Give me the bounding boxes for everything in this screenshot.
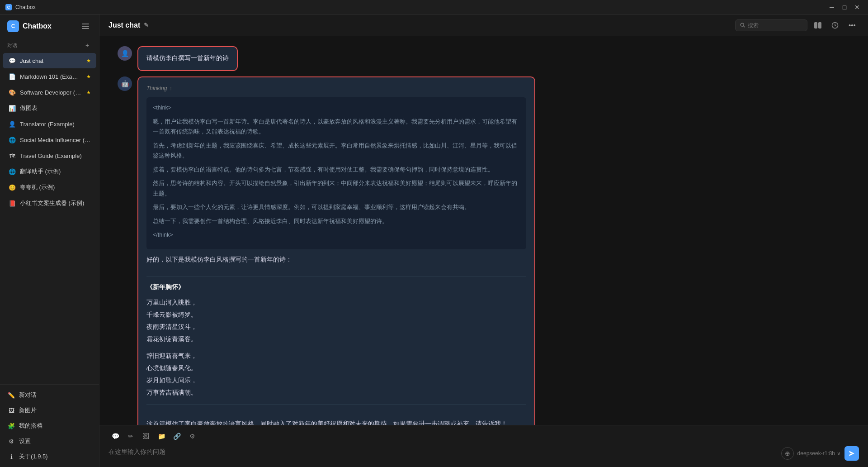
nav-item-label: 夸夸机 (示例): [20, 183, 91, 191]
nav-item-label: Translator (Example): [20, 121, 91, 128]
sidebar-item-software-dev[interactable]: 🎨 Software Developer (Example) ★: [3, 85, 96, 100]
more-options-button[interactable]: •••: [845, 19, 859, 32]
search-box[interactable]: [735, 19, 807, 31]
poem-line: 心境似随春风化。: [146, 362, 526, 374]
poem-line: 霜花初绽青溪客。: [146, 333, 526, 345]
chat-area[interactable]: 👤 请模仿李白撰写一首新年的诗 🤖 Thinking ↑: [99, 36, 868, 425]
poem-line: 万里山河入眺胜，: [146, 296, 526, 309]
poem-divider-end: [146, 404, 526, 405]
nav-items: 💬 Just chat ★ 📄 Markdown 101 (Example) ★…: [0, 52, 99, 211]
model-selector[interactable]: deepseek-r1:8b ∨: [797, 450, 841, 457]
titlebar-title: Chatbox: [15, 4, 36, 10]
bottom-item-new-image[interactable]: 🖼 新图片: [3, 403, 96, 418]
nav-item-label: 翻译助手 (示例): [20, 167, 91, 176]
user-message-content: 请模仿李白撰写一首新年的诗: [137, 46, 238, 71]
sidebar-bottom: ✏️ 新对话 🖼 新图片 🧩 我的搭档 ⚙ 设置 ℹ 关于(1.9.5): [0, 384, 99, 467]
bottom-label: 新对话: [19, 391, 37, 399]
menu-icon: [82, 24, 89, 29]
section-label: 对话: [7, 42, 17, 49]
nav-item-icon: 🌐: [8, 136, 16, 144]
split-view-icon: [814, 22, 821, 29]
topbar-title-area: Just chat ✎: [108, 21, 149, 29]
response-outro: 这首诗模仿了李白豪放奔放的语言风格，同时融入了对新年的美好祝愿和对未来的期待。如…: [146, 419, 526, 425]
thinking-header: Thinking ↑: [146, 84, 526, 93]
clear-button[interactable]: ✏: [124, 430, 137, 443]
sidebar-item-zuo-biao[interactable]: 📊 做图表: [3, 100, 96, 116]
bottom-icon: ℹ: [7, 453, 15, 461]
edit-title-icon[interactable]: ✎: [144, 22, 149, 29]
model-expand-icon: ∨: [837, 450, 841, 457]
close-button[interactable]: ✕: [852, 2, 863, 13]
poem-divider: [146, 276, 526, 276]
poem-stanza-1: 万里山河入眺胜， 千峰云影被绮罗。 夜雨霁清星汉斗， 霜花初绽青溪客。: [146, 296, 526, 345]
ai-message-bubble: Thinking ↑ <think> 嗯，用户让我模仿李白写一首新年诗。李白是唐…: [137, 76, 535, 425]
nav-item-icon: 🗺: [8, 152, 16, 160]
nav-item-label: 做图表: [20, 104, 91, 112]
nav-item-label: Markdown 101 (Example): [20, 73, 83, 80]
nav-item-icon: 🎨: [8, 88, 16, 96]
bottom-item-about[interactable]: ℹ 关于(1.9.5): [3, 449, 96, 464]
star-icon: ★: [86, 90, 91, 95]
nav-item-label: Social Media Influencer (Example): [20, 137, 91, 143]
split-view-button[interactable]: [811, 19, 825, 32]
poem-section: 《新年胸怀》 万里山河入眺胜， 千峰云影被绮罗。 夜雨霁清星汉斗， 霜花初绽青溪…: [146, 265, 526, 415]
search-input[interactable]: [748, 22, 802, 29]
add-conversation-button[interactable]: +: [83, 41, 92, 50]
bottom-item-settings[interactable]: ⚙ 设置: [3, 434, 96, 449]
sidebar-item-travel-guide[interactable]: 🗺 Travel Guide (Example): [3, 148, 96, 163]
sidebar-menu-button[interactable]: [79, 20, 92, 33]
page-title: Just chat: [108, 21, 140, 29]
minimize-button[interactable]: ─: [826, 2, 837, 13]
send-icon: [848, 450, 855, 457]
sidebar-item-xiaohongshu[interactable]: 📕 小红书文案生成器 (示例): [3, 195, 96, 211]
poem-line: 辞旧迎新喜气来，: [146, 350, 526, 362]
sidebar-item-just-chat[interactable]: 💬 Just chat ★: [3, 53, 96, 68]
image-button[interactable]: 🖼: [139, 430, 153, 443]
nav-item-icon: 🌐: [8, 167, 16, 176]
poem-title: 《新年胸怀》: [146, 282, 526, 293]
svg-rect-1: [82, 26, 89, 27]
model-name: deepseek-r1:8b: [797, 450, 835, 457]
attachment-button[interactable]: ⊕: [781, 447, 794, 460]
history-button[interactable]: [828, 19, 842, 32]
poem-line: 岁月如歌人间乐，: [146, 374, 526, 386]
nav-item-label: 小红书文案生成器 (示例): [20, 199, 91, 207]
star-icon: ★: [86, 74, 91, 80]
search-icon: [740, 22, 745, 28]
nav-item-icon: 📕: [8, 199, 16, 207]
sidebar-item-kua-kua[interactable]: 😊 夸夸机 (示例): [3, 180, 96, 195]
chat-input[interactable]: [108, 448, 777, 459]
thinking-expand-button[interactable]: ↑: [170, 84, 172, 93]
history-icon: [831, 22, 839, 29]
user-message-text: 请模仿李白撰写一首新年的诗: [146, 55, 229, 62]
sidebar-item-fanyi-zhu[interactable]: 🌐 翻译助手 (示例): [3, 164, 96, 179]
svg-rect-2: [82, 28, 89, 29]
svg-line-4: [743, 26, 745, 27]
chat-mode-button[interactable]: 💬: [108, 430, 122, 443]
nav-item-icon: 📄: [8, 72, 16, 81]
send-button[interactable]: [844, 446, 859, 461]
bottom-item-my-rack[interactable]: 🧩 我的搭档: [3, 418, 96, 434]
sidebar-item-translator[interactable]: 👤 Translator (Example): [3, 116, 96, 132]
more-toolbar-button[interactable]: ⚙: [185, 430, 199, 443]
folder-button[interactable]: 📁: [155, 430, 168, 443]
bottom-label: 我的搭档: [19, 422, 42, 430]
app-name: Chatbox: [23, 22, 52, 30]
titlebar-left: C Chatbox: [5, 4, 36, 10]
sidebar-item-social-media[interactable]: 🌐 Social Media Influencer (Example): [3, 132, 96, 148]
thinking-label: Thinking: [146, 84, 167, 93]
bottom-items: ✏️ 新对话 🖼 新图片 🧩 我的搭档 ⚙ 设置 ℹ 关于(1.9.5): [3, 387, 96, 464]
input-right: ⊕ deepseek-r1:8b ∨: [781, 446, 859, 461]
nav-item-label: Just chat: [20, 57, 83, 64]
sidebar-header: C Chatbox: [0, 14, 99, 38]
poem-line: 千峰云影被绮罗。: [146, 309, 526, 321]
bottom-label: 新图片: [19, 406, 37, 415]
poem-stanza-2: 辞旧迎新喜气来， 心境似随春风化。 岁月如歌人间乐， 万事皆吉福满朝。: [146, 350, 526, 399]
ai-message-row: 🤖 Thinking ↑ <think> 嗯，用户让我模仿李白写一首新年诗。李白…: [99, 74, 868, 425]
svg-rect-0: [82, 24, 89, 24]
sidebar-item-markdown-101[interactable]: 📄 Markdown 101 (Example) ★: [3, 69, 96, 84]
bottom-item-new-chat[interactable]: ✏️ 新对话: [3, 387, 96, 403]
link-button[interactable]: 🔗: [170, 430, 184, 443]
svg-rect-6: [818, 22, 821, 29]
maximize-button[interactable]: □: [839, 2, 850, 13]
